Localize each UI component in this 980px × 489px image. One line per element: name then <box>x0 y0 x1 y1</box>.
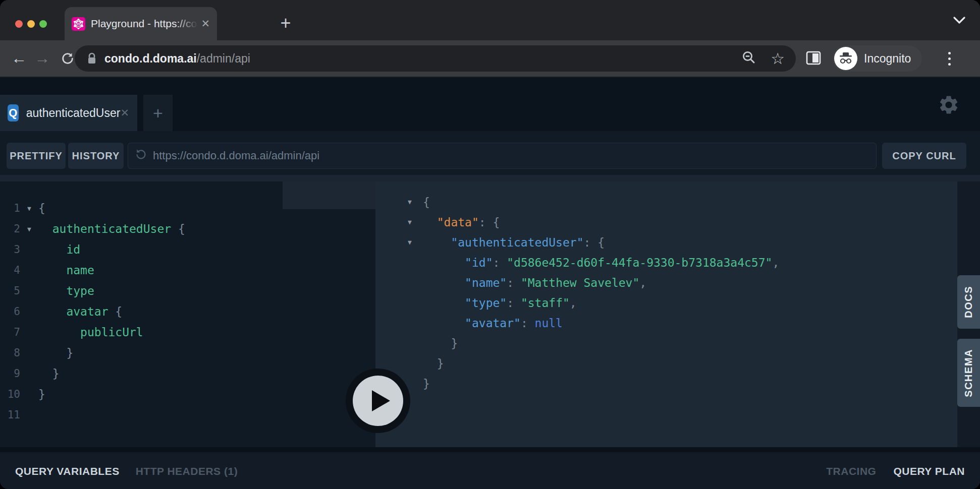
code-line: 1▼{ <box>0 198 375 219</box>
code-line: 10} <box>0 384 375 405</box>
code-line: 2▼ authenticatedUser { <box>0 219 375 239</box>
line-number: 6 <box>0 301 20 322</box>
code-line: ▼ "authenticatedUser": { <box>375 232 957 253</box>
tracing-tab[interactable]: TRACING <box>826 465 876 477</box>
code-line: 3 id <box>0 239 375 260</box>
http-headers-tab[interactable]: HTTP HEADERS (1) <box>136 465 238 477</box>
code-line: ▼{ <box>375 192 957 212</box>
bookmark-star-icon[interactable]: ☆ <box>771 49 785 68</box>
endpoint-url-text: https://condo.d.doma.ai/admin/api <box>153 149 319 162</box>
code-text: { <box>423 192 430 212</box>
fold-gutter <box>408 293 423 313</box>
code-line: 9 } <box>0 363 375 384</box>
fold-gutter <box>20 405 38 425</box>
copy-curl-button[interactable]: COPY CURL <box>882 143 966 169</box>
code-text: } <box>38 363 60 384</box>
line-number: 10 <box>0 384 20 405</box>
browser-tabstrip: Playground - https://condo.d.do ✕ + <box>0 0 980 40</box>
browser-tab[interactable]: Playground - https://condo.d.do ✕ <box>65 7 217 40</box>
fold-arrow-icon[interactable]: ▼ <box>20 219 38 239</box>
forward-button[interactable]: → <box>31 40 53 77</box>
code-text: id <box>38 239 80 260</box>
play-icon <box>372 390 390 411</box>
session-close-icon[interactable]: ✕ <box>120 107 129 119</box>
fold-gutter <box>20 281 38 301</box>
code-line: "id": "d586e452-d60f-44fa-9330-b7318a3a4… <box>375 253 957 273</box>
history-button[interactable]: HISTORY <box>68 143 124 169</box>
endpoint-input[interactable]: https://condo.d.doma.ai/admin/api <box>128 143 877 169</box>
address-bar[interactable]: condo.d.doma.ai/admin/api ☆ <box>75 45 796 72</box>
incognito-icon <box>834 47 857 70</box>
results-pane[interactable]: ▼{▼ "data": {▼ "authenticatedUser": { "i… <box>375 181 957 447</box>
code-text: } <box>423 353 444 374</box>
fold-arrow-icon[interactable]: ▼ <box>408 212 423 232</box>
query-plan-tab[interactable]: QUERY PLAN <box>893 465 965 477</box>
code-line: "avatar": null <box>375 313 957 333</box>
code-text: } <box>423 374 430 394</box>
add-session-tab-button[interactable]: + <box>143 95 173 131</box>
maximize-window-button[interactable] <box>39 20 47 28</box>
zoom-out-icon[interactable] <box>741 50 756 67</box>
execute-query-button[interactable] <box>346 369 410 433</box>
line-number: 9 <box>0 363 20 384</box>
tab-search-chevron-icon[interactable] <box>953 16 966 26</box>
playground-toolbar: PRETTIFY HISTORY https://condo.d.doma.ai… <box>0 131 980 175</box>
fold-gutter <box>408 374 423 394</box>
code-line: ▼ "data": { <box>375 212 957 232</box>
browser-menu-icon[interactable] <box>942 40 957 77</box>
side-panel-icon[interactable] <box>805 50 822 68</box>
graphql-playground: Q authenticatedUser ✕ + PRETTIFY HISTORY… <box>0 78 980 489</box>
docs-tab[interactable]: DOCS <box>957 275 980 329</box>
bottom-bar: QUERY VARIABLES HTTP HEADERS (1) TRACING… <box>0 452 980 489</box>
fold-gutter <box>20 301 38 322</box>
code-text: } <box>38 343 73 363</box>
new-tab-button[interactable]: + <box>276 13 296 33</box>
code-line: } <box>375 374 957 394</box>
line-number: 8 <box>0 343 20 363</box>
back-button[interactable]: ← <box>8 40 30 77</box>
playground-header: Q authenticatedUser ✕ + <box>0 78 980 131</box>
fold-gutter <box>20 384 38 405</box>
graphql-favicon-icon <box>72 17 85 31</box>
editors-bottom-strip <box>0 447 980 452</box>
settings-gear-icon[interactable] <box>938 94 960 118</box>
close-window-button[interactable] <box>15 20 23 28</box>
session-tab-authenticateduser[interactable]: Q authenticatedUser ✕ <box>0 95 137 131</box>
fold-gutter <box>20 363 38 384</box>
line-number: 1 <box>0 198 20 219</box>
fold-arrow-icon[interactable]: ▼ <box>408 232 423 253</box>
line-number: 5 <box>0 281 20 301</box>
tab-close-icon[interactable]: ✕ <box>201 18 210 30</box>
browser-toolbar: ← → condo.d.doma.ai/admin/api ☆ <box>0 40 980 78</box>
query-badge: Q <box>8 104 19 121</box>
prettify-button[interactable]: PRETTIFY <box>7 143 66 169</box>
restore-endpoint-icon[interactable] <box>135 149 147 163</box>
code-text: "data": { <box>423 212 500 232</box>
fold-gutter <box>20 260 38 281</box>
code-line: 6 avatar { <box>0 301 375 322</box>
query-variables-tab[interactable]: QUERY VARIABLES <box>15 465 120 477</box>
query-code: 1▼{2▼ authenticatedUser {3 id4 name5 typ… <box>0 181 375 425</box>
lock-icon[interactable] <box>87 52 97 65</box>
schema-tab[interactable]: SCHEMA <box>957 339 980 407</box>
fold-gutter <box>408 253 423 273</box>
code-line: } <box>375 333 957 353</box>
minimize-window-button[interactable] <box>27 20 35 28</box>
code-text: { <box>38 198 45 219</box>
code-text: } <box>423 333 458 353</box>
code-text: publicUrl <box>38 322 143 343</box>
fold-arrow-icon[interactable]: ▼ <box>20 198 38 219</box>
code-text: name <box>38 260 94 281</box>
fold-gutter <box>20 322 38 343</box>
fold-arrow-icon[interactable]: ▼ <box>408 192 423 212</box>
incognito-label: Incognito <box>864 52 911 66</box>
fold-gutter <box>408 353 423 374</box>
results-json: ▼{▼ "data": {▼ "authenticatedUser": { "i… <box>375 181 957 394</box>
code-text: type <box>38 281 94 301</box>
code-text: } <box>38 384 45 405</box>
editors-area: 1▼{2▼ authenticatedUser {3 id4 name5 typ… <box>0 181 980 447</box>
code-text: "name": "Matthew Savelev", <box>423 273 646 293</box>
code-line: 11 <box>0 405 375 425</box>
query-editor[interactable]: 1▼{2▼ authenticatedUser {3 id4 name5 typ… <box>0 181 375 447</box>
code-text: "avatar": null <box>423 313 563 333</box>
